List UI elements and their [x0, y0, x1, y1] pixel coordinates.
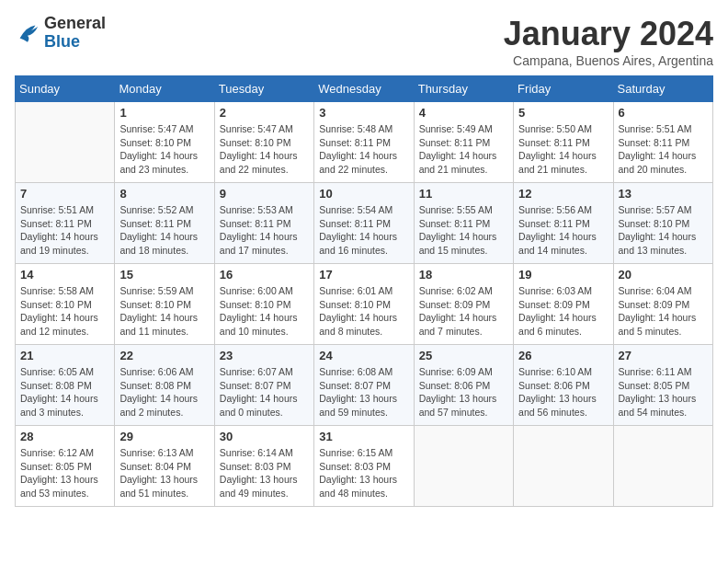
- day-info: Sunrise: 5:57 AMSunset: 8:10 PMDaylight:…: [619, 203, 708, 258]
- day-cell: 16Sunrise: 6:00 AMSunset: 8:10 PMDayligh…: [214, 264, 313, 345]
- day-cell: 4Sunrise: 5:49 AMSunset: 8:11 PMDaylight…: [414, 102, 513, 183]
- day-info: Sunrise: 6:10 AMSunset: 8:06 PMDaylight:…: [518, 365, 608, 419]
- day-cell: 11Sunrise: 5:55 AMSunset: 8:11 PMDayligh…: [414, 183, 513, 264]
- day-info: Sunrise: 6:07 AMSunset: 8:07 PMDaylight:…: [220, 365, 309, 419]
- day-cell: 3Sunrise: 5:48 AMSunset: 8:11 PMDaylight…: [314, 102, 414, 183]
- logo: General Blue: [15, 15, 106, 52]
- logo-blue: Blue: [44, 32, 80, 51]
- day-info: Sunrise: 6:05 AMSunset: 8:08 PMDaylight:…: [20, 365, 109, 419]
- day-info: Sunrise: 5:47 AMSunset: 8:10 PMDaylight:…: [119, 122, 209, 177]
- day-info: Sunrise: 6:02 AMSunset: 8:09 PMDaylight:…: [419, 284, 508, 339]
- day-info: Sunrise: 6:13 AMSunset: 8:04 PMDaylight:…: [119, 446, 209, 500]
- day-info: Sunrise: 6:08 AMSunset: 8:07 PMDaylight:…: [319, 365, 408, 419]
- day-number: 4: [419, 106, 508, 120]
- page-header: General Blue January 2024 Campana, Bueno…: [15, 15, 713, 68]
- day-cell: 14Sunrise: 5:58 AMSunset: 8:10 PMDayligh…: [16, 264, 115, 345]
- day-number: 18: [419, 268, 508, 282]
- day-info: Sunrise: 5:58 AMSunset: 8:10 PMDaylight:…: [20, 284, 109, 339]
- day-cell: 23Sunrise: 6:07 AMSunset: 8:07 PMDayligh…: [214, 345, 313, 426]
- day-number: 11: [419, 187, 508, 201]
- day-number: 13: [619, 187, 708, 201]
- weekday-header-tuesday: Tuesday: [214, 76, 313, 102]
- week-row-3: 14Sunrise: 5:58 AMSunset: 8:10 PMDayligh…: [16, 264, 713, 345]
- weekday-header-saturday: Saturday: [613, 76, 712, 102]
- day-info: Sunrise: 5:49 AMSunset: 8:11 PMDaylight:…: [419, 122, 508, 177]
- day-cell: 21Sunrise: 6:05 AMSunset: 8:08 PMDayligh…: [16, 345, 115, 426]
- day-info: Sunrise: 5:47 AMSunset: 8:10 PMDaylight:…: [220, 122, 309, 177]
- day-info: Sunrise: 6:01 AMSunset: 8:10 PMDaylight:…: [319, 284, 408, 339]
- weekday-header-friday: Friday: [514, 76, 613, 102]
- day-cell: 7Sunrise: 5:51 AMSunset: 8:11 PMDaylight…: [16, 183, 115, 264]
- week-row-2: 7Sunrise: 5:51 AMSunset: 8:11 PMDaylight…: [16, 183, 713, 264]
- day-cell: [514, 426, 613, 507]
- day-number: 20: [619, 268, 708, 282]
- day-number: 12: [518, 187, 608, 201]
- day-cell: [16, 102, 115, 183]
- calendar-title: January 2024: [504, 15, 713, 53]
- day-info: Sunrise: 5:51 AMSunset: 8:11 PMDaylight:…: [20, 203, 109, 258]
- week-row-5: 28Sunrise: 6:12 AMSunset: 8:05 PMDayligh…: [16, 426, 713, 507]
- day-number: 1: [119, 106, 209, 120]
- day-info: Sunrise: 6:04 AMSunset: 8:09 PMDaylight:…: [619, 284, 708, 339]
- day-number: 17: [319, 268, 408, 282]
- day-cell: 22Sunrise: 6:06 AMSunset: 8:08 PMDayligh…: [115, 345, 214, 426]
- weekday-header-sunday: Sunday: [16, 76, 115, 102]
- day-info: Sunrise: 5:59 AMSunset: 8:10 PMDaylight:…: [119, 284, 209, 339]
- logo-general: General: [44, 14, 106, 32]
- week-row-1: 1Sunrise: 5:47 AMSunset: 8:10 PMDaylight…: [16, 102, 713, 183]
- day-cell: 31Sunrise: 6:15 AMSunset: 8:03 PMDayligh…: [314, 426, 414, 507]
- title-area: January 2024 Campana, Buenos Aires, Arge…: [504, 15, 713, 68]
- day-number: 26: [518, 349, 608, 362]
- day-number: 15: [119, 268, 209, 282]
- day-cell: 8Sunrise: 5:52 AMSunset: 8:11 PMDaylight…: [115, 183, 214, 264]
- day-info: Sunrise: 5:52 AMSunset: 8:11 PMDaylight:…: [119, 203, 209, 258]
- day-cell: 17Sunrise: 6:01 AMSunset: 8:10 PMDayligh…: [314, 264, 414, 345]
- day-info: Sunrise: 5:50 AMSunset: 8:11 PMDaylight:…: [518, 122, 608, 177]
- day-number: 14: [20, 268, 109, 282]
- weekday-header-wednesday: Wednesday: [314, 76, 414, 102]
- day-number: 2: [220, 106, 309, 120]
- day-info: Sunrise: 6:15 AMSunset: 8:03 PMDaylight:…: [319, 446, 408, 500]
- day-cell: 30Sunrise: 6:14 AMSunset: 8:03 PMDayligh…: [214, 426, 313, 507]
- day-cell: 18Sunrise: 6:02 AMSunset: 8:09 PMDayligh…: [414, 264, 513, 345]
- day-cell: 28Sunrise: 6:12 AMSunset: 8:05 PMDayligh…: [16, 426, 115, 507]
- day-number: 9: [220, 187, 309, 201]
- logo-bird-icon: [15, 20, 40, 46]
- day-cell: 25Sunrise: 6:09 AMSunset: 8:06 PMDayligh…: [414, 345, 513, 426]
- day-number: 31: [319, 430, 408, 443]
- day-number: 24: [319, 349, 408, 362]
- day-number: 23: [220, 349, 309, 362]
- day-cell: 26Sunrise: 6:10 AMSunset: 8:06 PMDayligh…: [514, 345, 613, 426]
- day-info: Sunrise: 6:11 AMSunset: 8:05 PMDaylight:…: [619, 365, 708, 419]
- day-info: Sunrise: 5:48 AMSunset: 8:11 PMDaylight:…: [319, 122, 408, 177]
- day-number: 25: [419, 349, 508, 362]
- day-cell: 2Sunrise: 5:47 AMSunset: 8:10 PMDaylight…: [214, 102, 313, 183]
- weekday-header-thursday: Thursday: [414, 76, 513, 102]
- day-info: Sunrise: 5:51 AMSunset: 8:11 PMDaylight:…: [619, 122, 708, 177]
- day-info: Sunrise: 6:12 AMSunset: 8:05 PMDaylight:…: [20, 446, 109, 500]
- day-number: 28: [20, 430, 109, 443]
- day-cell: 15Sunrise: 5:59 AMSunset: 8:10 PMDayligh…: [115, 264, 214, 345]
- day-info: Sunrise: 5:55 AMSunset: 8:11 PMDaylight:…: [419, 203, 508, 258]
- weekday-header-monday: Monday: [115, 76, 214, 102]
- day-info: Sunrise: 5:56 AMSunset: 8:11 PMDaylight:…: [518, 203, 608, 258]
- logo-text: General Blue: [44, 15, 106, 52]
- day-cell: 29Sunrise: 6:13 AMSunset: 8:04 PMDayligh…: [115, 426, 214, 507]
- day-number: 22: [119, 349, 209, 362]
- calendar-table: SundayMondayTuesdayWednesdayThursdayFrid…: [15, 75, 713, 507]
- day-number: 8: [119, 187, 209, 201]
- day-number: 30: [220, 430, 309, 443]
- day-cell: 20Sunrise: 6:04 AMSunset: 8:09 PMDayligh…: [613, 264, 712, 345]
- day-cell: 19Sunrise: 6:03 AMSunset: 8:09 PMDayligh…: [514, 264, 613, 345]
- day-number: 6: [619, 106, 708, 120]
- day-info: Sunrise: 5:54 AMSunset: 8:11 PMDaylight:…: [319, 203, 408, 258]
- day-cell: 6Sunrise: 5:51 AMSunset: 8:11 PMDaylight…: [613, 102, 712, 183]
- day-cell: [613, 426, 712, 507]
- day-info: Sunrise: 6:14 AMSunset: 8:03 PMDaylight:…: [220, 446, 309, 500]
- day-cell: 5Sunrise: 5:50 AMSunset: 8:11 PMDaylight…: [514, 102, 613, 183]
- day-number: 29: [119, 430, 209, 443]
- day-cell: 12Sunrise: 5:56 AMSunset: 8:11 PMDayligh…: [514, 183, 613, 264]
- day-cell: 9Sunrise: 5:53 AMSunset: 8:11 PMDaylight…: [214, 183, 313, 264]
- day-number: 3: [319, 106, 408, 120]
- day-cell: 13Sunrise: 5:57 AMSunset: 8:10 PMDayligh…: [613, 183, 712, 264]
